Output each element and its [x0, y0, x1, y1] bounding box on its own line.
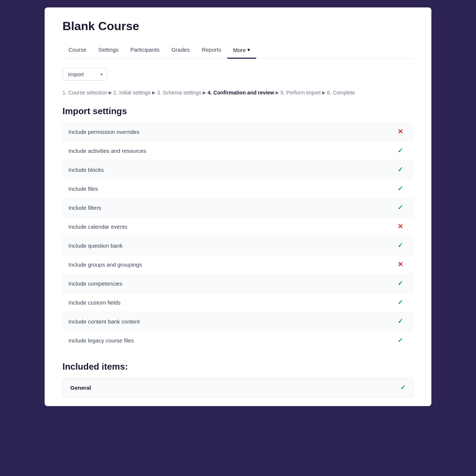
breadcrumb-arrow-5: ▶	[322, 90, 325, 95]
tab-course[interactable]: Course	[62, 42, 92, 59]
table-row: Include content bank content ✓	[62, 312, 414, 331]
breadcrumb-step-5: 5. Perform import	[280, 90, 321, 96]
breadcrumb-step-6: 6. Complete	[327, 90, 355, 96]
table-row: Include calendar events ✕	[62, 217, 414, 236]
row-value-content-bank: ✓	[393, 317, 408, 325]
row-value-legacy-files: ✓	[393, 336, 408, 344]
row-value-filters: ✓	[393, 203, 408, 212]
row-label-content-bank: Include content bank content	[68, 318, 393, 325]
tab-more[interactable]: More ▾	[227, 42, 256, 59]
table-row: Include competencies ✓	[62, 274, 414, 293]
nav-tabs: Course Settings Participants Grades Repo…	[62, 42, 414, 59]
table-row: Include question bank ✓	[62, 236, 414, 255]
tab-more-label: More	[233, 47, 246, 53]
breadcrumb-arrow-2: ▶	[152, 90, 155, 95]
table-row: Include legacy course files ✓	[62, 331, 414, 350]
row-label-question-bank: Include question bank	[68, 242, 393, 249]
row-label-calendar: Include calendar events	[68, 223, 393, 230]
row-label-filters: Include filters	[68, 205, 393, 211]
breadcrumb-step-3: 3. Schema settings	[157, 90, 201, 96]
breadcrumb: 1. Course selection ▶ 2. Initial setting…	[62, 90, 414, 96]
row-value-permission-overrides: ✕	[393, 128, 408, 136]
row-value-groups: ✕	[393, 260, 408, 268]
row-label-groups: Include groups and groupings	[68, 261, 393, 268]
table-row: Include custom fields ✓	[62, 293, 414, 312]
row-value-question-bank: ✓	[393, 241, 408, 250]
tab-grades[interactable]: Grades	[165, 42, 196, 59]
table-row: Include activities and resources ✓	[62, 141, 414, 160]
table-row: Include files ✓	[62, 179, 414, 198]
row-label-files: Include files	[68, 186, 393, 192]
included-item-general-label: General	[70, 385, 400, 391]
row-label-permission-overrides: Include permission overrides	[68, 129, 393, 135]
import-select-wrapper: Import Export Reset ▾	[62, 68, 107, 81]
row-label-blocks: Include blocks	[68, 167, 393, 173]
breadcrumb-arrow-3: ▶	[203, 90, 206, 95]
row-value-competencies: ✓	[393, 279, 408, 287]
breadcrumb-step-2: 2. Initial settings	[113, 90, 151, 96]
breadcrumb-step-1: 1. Course selection	[62, 90, 107, 96]
table-row: Include filters ✓	[62, 198, 414, 217]
row-label-custom-fields: Include custom fields	[68, 299, 393, 306]
header: Blank Course Course Settings Participant…	[45, 7, 431, 59]
included-items-section: Included items: General ✓	[62, 361, 414, 397]
breadcrumb-step-4: 4. Confirmation and review	[208, 90, 274, 96]
row-label-competencies: Include competencies	[68, 280, 393, 287]
tab-settings[interactable]: Settings	[92, 42, 124, 59]
table-row: Include blocks ✓	[62, 160, 414, 179]
tab-participants[interactable]: Participants	[125, 42, 165, 59]
content-area: Import Export Reset ▾ 1. Course selectio…	[45, 59, 431, 406]
included-items-title: Included items:	[62, 361, 414, 372]
included-items-box: General ✓	[62, 378, 414, 397]
import-settings-table: Include permission overrides ✕ Include a…	[62, 122, 414, 350]
page-title: Blank Course	[62, 19, 414, 33]
table-row: Include groups and groupings ✕	[62, 255, 414, 274]
chevron-down-icon: ▾	[247, 46, 250, 53]
table-row: Include permission overrides ✕	[62, 122, 414, 141]
included-item-general-check: ✓	[400, 383, 406, 392]
row-label-activities: Include activities and resources	[68, 148, 393, 154]
import-select[interactable]: Import Export Reset	[62, 68, 107, 81]
breadcrumb-arrow-1: ▶	[109, 90, 112, 95]
row-value-blocks: ✓	[393, 165, 408, 174]
row-value-calendar: ✕	[393, 222, 408, 231]
included-row-general: General ✓	[63, 378, 413, 397]
main-container: Blank Course Course Settings Participant…	[45, 7, 431, 406]
row-value-files: ✓	[393, 184, 408, 193]
row-value-activities: ✓	[393, 147, 408, 155]
import-settings-title: Import settings	[62, 106, 414, 116]
tab-reports[interactable]: Reports	[196, 42, 227, 59]
row-label-legacy-files: Include legacy course files	[68, 337, 393, 344]
row-value-custom-fields: ✓	[393, 298, 408, 306]
breadcrumb-arrow-4: ▶	[276, 90, 279, 95]
